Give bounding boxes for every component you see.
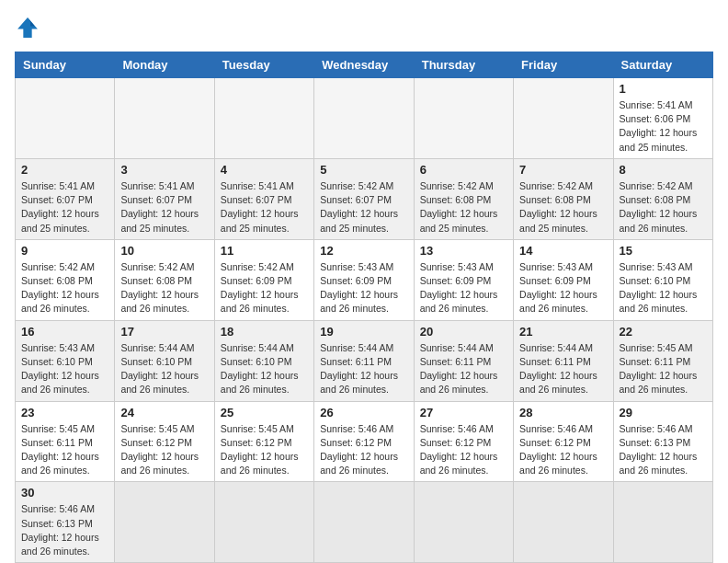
calendar-day	[613, 482, 712, 563]
calendar-day: 18Sunrise: 5:44 AM Sunset: 6:10 PM Dayli…	[214, 320, 313, 401]
day-number: 20	[420, 325, 507, 339]
day-number: 25	[221, 406, 308, 419]
day-number: 23	[21, 406, 108, 419]
calendar-day	[414, 482, 513, 563]
day-number: 17	[120, 325, 208, 339]
day-info: Sunrise: 5:44 AM Sunset: 6:10 PM Dayligh…	[120, 341, 208, 397]
day-info: Sunrise: 5:45 AM Sunset: 6:11 PM Dayligh…	[21, 422, 108, 478]
day-info: Sunrise: 5:41 AM Sunset: 6:07 PM Dayligh…	[120, 179, 208, 236]
calendar-day: 25Sunrise: 5:45 AM Sunset: 6:12 PM Dayli…	[214, 401, 313, 482]
day-info: Sunrise: 5:44 AM Sunset: 6:10 PM Dayligh…	[221, 341, 308, 397]
calendar-day: 15Sunrise: 5:43 AM Sunset: 6:10 PM Dayli…	[613, 239, 712, 320]
day-number: 28	[519, 406, 607, 419]
calendar-day: 30Sunrise: 5:46 AM Sunset: 6:13 PM Dayli…	[16, 482, 115, 563]
weekday-header-friday: Friday	[514, 52, 613, 78]
calendar-day	[115, 482, 214, 563]
calendar-day	[16, 78, 115, 159]
calendar-day	[115, 78, 214, 159]
day-number: 29	[620, 406, 707, 419]
calendar-week-6: 30Sunrise: 5:46 AM Sunset: 6:13 PM Dayli…	[16, 482, 713, 563]
day-number: 22	[620, 325, 707, 339]
calendar-week-3: 9Sunrise: 5:42 AM Sunset: 6:08 PM Daylig…	[16, 239, 713, 320]
day-number: 3	[120, 163, 208, 177]
calendar-day: 9Sunrise: 5:42 AM Sunset: 6:08 PM Daylig…	[16, 239, 115, 320]
day-info: Sunrise: 5:42 AM Sunset: 6:08 PM Dayligh…	[120, 260, 208, 316]
day-info: Sunrise: 5:45 AM Sunset: 6:12 PM Dayligh…	[221, 422, 308, 478]
day-number: 9	[21, 244, 108, 258]
day-number: 14	[519, 244, 607, 258]
calendar-day: 17Sunrise: 5:44 AM Sunset: 6:10 PM Dayli…	[115, 320, 214, 401]
day-info: Sunrise: 5:42 AM Sunset: 6:08 PM Dayligh…	[519, 179, 607, 236]
day-info: Sunrise: 5:44 AM Sunset: 6:11 PM Dayligh…	[420, 341, 507, 397]
calendar-day: 23Sunrise: 5:45 AM Sunset: 6:11 PM Dayli…	[16, 401, 115, 482]
calendar-day: 29Sunrise: 5:46 AM Sunset: 6:13 PM Dayli…	[613, 401, 712, 482]
weekday-header-sunday: Sunday	[16, 52, 115, 78]
day-info: Sunrise: 5:43 AM Sunset: 6:09 PM Dayligh…	[519, 260, 607, 316]
day-number: 8	[620, 163, 707, 177]
calendar-day: 22Sunrise: 5:45 AM Sunset: 6:11 PM Dayli…	[613, 320, 712, 401]
day-number: 30	[21, 486, 108, 500]
day-info: Sunrise: 5:41 AM Sunset: 6:07 PM Dayligh…	[221, 179, 308, 236]
calendar-week-4: 16Sunrise: 5:43 AM Sunset: 6:10 PM Dayli…	[16, 320, 713, 401]
day-info: Sunrise: 5:42 AM Sunset: 6:08 PM Dayligh…	[620, 179, 707, 236]
weekday-header-monday: Monday	[115, 52, 214, 78]
day-number: 27	[420, 406, 507, 419]
calendar-day: 16Sunrise: 5:43 AM Sunset: 6:10 PM Dayli…	[16, 320, 115, 401]
day-number: 16	[21, 325, 108, 339]
calendar-day	[214, 482, 313, 563]
day-number: 13	[420, 244, 507, 258]
day-info: Sunrise: 5:45 AM Sunset: 6:11 PM Dayligh…	[620, 341, 707, 397]
day-number: 2	[21, 163, 108, 177]
calendar-day: 27Sunrise: 5:46 AM Sunset: 6:12 PM Dayli…	[414, 401, 513, 482]
day-info: Sunrise: 5:45 AM Sunset: 6:12 PM Dayligh…	[120, 422, 208, 478]
calendar-day: 11Sunrise: 5:42 AM Sunset: 6:09 PM Dayli…	[214, 239, 313, 320]
svg-marker-0	[17, 17, 38, 38]
weekday-header-tuesday: Tuesday	[214, 52, 313, 78]
calendar-day: 26Sunrise: 5:46 AM Sunset: 6:12 PM Dayli…	[314, 401, 414, 482]
calendar-day: 12Sunrise: 5:43 AM Sunset: 6:09 PM Dayli…	[314, 239, 414, 320]
calendar-day	[214, 78, 313, 159]
calendar-day: 4Sunrise: 5:41 AM Sunset: 6:07 PM Daylig…	[214, 158, 313, 239]
day-number: 19	[320, 325, 407, 339]
calendar-day: 24Sunrise: 5:45 AM Sunset: 6:12 PM Dayli…	[115, 401, 214, 482]
calendar-day: 8Sunrise: 5:42 AM Sunset: 6:08 PM Daylig…	[613, 158, 712, 239]
day-info: Sunrise: 5:46 AM Sunset: 6:12 PM Dayligh…	[519, 422, 607, 478]
calendar-day	[414, 78, 513, 159]
day-info: Sunrise: 5:44 AM Sunset: 6:11 PM Dayligh…	[519, 341, 607, 397]
day-number: 1	[620, 82, 707, 96]
calendar-day	[514, 78, 613, 159]
calendar-day: 1Sunrise: 5:41 AM Sunset: 6:06 PM Daylig…	[613, 78, 712, 159]
page-header	[15, 15, 713, 40]
calendar-day: 21Sunrise: 5:44 AM Sunset: 6:11 PM Dayli…	[514, 320, 613, 401]
weekday-header-wednesday: Wednesday	[314, 52, 414, 78]
day-info: Sunrise: 5:42 AM Sunset: 6:07 PM Dayligh…	[320, 179, 407, 236]
calendar-day: 2Sunrise: 5:41 AM Sunset: 6:07 PM Daylig…	[16, 158, 115, 239]
day-info: Sunrise: 5:42 AM Sunset: 6:08 PM Dayligh…	[420, 179, 507, 236]
day-number: 26	[320, 406, 407, 419]
day-info: Sunrise: 5:43 AM Sunset: 6:09 PM Dayligh…	[320, 260, 407, 316]
day-info: Sunrise: 5:42 AM Sunset: 6:09 PM Dayligh…	[221, 260, 308, 316]
day-info: Sunrise: 5:46 AM Sunset: 6:12 PM Dayligh…	[320, 422, 407, 478]
day-number: 6	[420, 163, 507, 177]
calendar-day	[314, 78, 414, 159]
calendar-week-5: 23Sunrise: 5:45 AM Sunset: 6:11 PM Dayli…	[16, 401, 713, 482]
day-info: Sunrise: 5:46 AM Sunset: 6:13 PM Dayligh…	[620, 422, 707, 478]
day-info: Sunrise: 5:43 AM Sunset: 6:10 PM Dayligh…	[21, 341, 108, 397]
calendar-day: 5Sunrise: 5:42 AM Sunset: 6:07 PM Daylig…	[314, 158, 414, 239]
day-info: Sunrise: 5:41 AM Sunset: 6:07 PM Dayligh…	[21, 179, 108, 236]
day-info: Sunrise: 5:42 AM Sunset: 6:08 PM Dayligh…	[21, 260, 108, 316]
calendar-day: 3Sunrise: 5:41 AM Sunset: 6:07 PM Daylig…	[115, 158, 214, 239]
calendar-day: 13Sunrise: 5:43 AM Sunset: 6:09 PM Dayli…	[414, 239, 513, 320]
calendar-table: SundayMondayTuesdayWednesdayThursdayFrid…	[15, 52, 713, 563]
day-info: Sunrise: 5:46 AM Sunset: 6:13 PM Dayligh…	[21, 502, 108, 558]
calendar-week-1: 1Sunrise: 5:41 AM Sunset: 6:06 PM Daylig…	[16, 78, 713, 159]
day-number: 12	[320, 244, 407, 258]
day-info: Sunrise: 5:43 AM Sunset: 6:09 PM Dayligh…	[420, 260, 507, 316]
logo	[15, 15, 44, 40]
calendar-day: 28Sunrise: 5:46 AM Sunset: 6:12 PM Dayli…	[514, 401, 613, 482]
calendar-day: 19Sunrise: 5:44 AM Sunset: 6:11 PM Dayli…	[314, 320, 414, 401]
day-number: 15	[620, 244, 707, 258]
day-info: Sunrise: 5:46 AM Sunset: 6:12 PM Dayligh…	[420, 422, 507, 478]
weekday-header-thursday: Thursday	[414, 52, 513, 78]
day-number: 5	[320, 163, 407, 177]
